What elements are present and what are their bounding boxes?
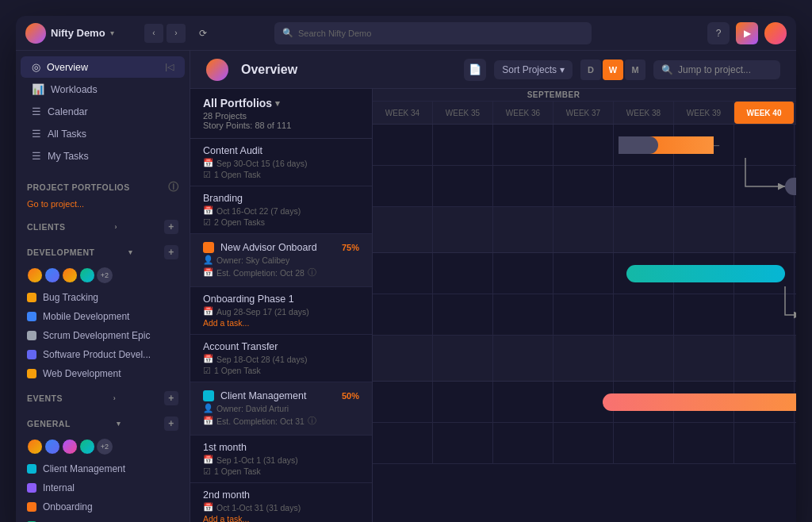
jump-to-project[interactable]: 🔍 Jump to project...	[653, 60, 780, 79]
proj-bug-tracking[interactable]: Bug Tracking	[16, 288, 190, 307]
sidebar-nav: ◎ Overview |◁ 📊 Workloads ☰ Calendar ☰ A…	[16, 51, 190, 172]
portfolio-arrow: ▾	[275, 98, 280, 109]
first-month-title: 1st month	[203, 442, 359, 453]
gl8-1	[373, 423, 433, 463]
sort-button[interactable]: Sort Projects ▾	[494, 60, 573, 79]
dev-avatar-4	[79, 267, 95, 283]
add-task-link-2[interactable]: Add a task...	[203, 514, 359, 522]
first-month-meta: ☑ 1 Open Task	[203, 466, 359, 476]
gl2	[433, 125, 493, 165]
file-button[interactable]: 📄	[464, 59, 486, 81]
gl4-1	[373, 253, 433, 294]
header-actions: 📄 Sort Projects ▾ D W M 🔍 Jump to projec…	[464, 59, 780, 81]
new-advisor-percent: 75%	[342, 243, 359, 252]
proj-onboarding[interactable]: Onboarding	[16, 497, 190, 516]
proj-web-dev[interactable]: Web Development	[16, 364, 190, 383]
events-header[interactable]: EVENTS › +	[27, 391, 178, 405]
sidebar-item-my-tasks[interactable]: ☰ My Tasks	[21, 145, 185, 167]
events-add-button[interactable]: +	[164, 391, 178, 405]
branding-tasks: 2 Open Tasks	[214, 217, 265, 227]
week-39: WEEK 39	[674, 102, 734, 124]
first-month-date: 📅 Sep 1-Oct 1 (31 days)	[203, 455, 359, 465]
view-month-button[interactable]: M	[625, 59, 645, 80]
nav-back-button[interactable]: ‹	[144, 24, 163, 43]
proj-internal[interactable]: Internal	[16, 478, 190, 497]
view-day-button[interactable]: D	[580, 59, 601, 80]
gl7-3	[493, 382, 553, 422]
go-to-project[interactable]: Go to project...	[27, 199, 178, 209]
proj-mobile-dev[interactable]: Mobile Development	[16, 307, 190, 326]
calendar-icon: ☰	[32, 106, 41, 117]
clients-add-button[interactable]: +	[164, 220, 178, 234]
events-section: EVENTS › +	[16, 383, 190, 409]
sidebar-item-workloads[interactable]: 📊 Workloads	[21, 79, 185, 100]
cal-icon-3: 📅	[203, 267, 213, 278]
mobile-dev-label: Mobile Development	[43, 311, 129, 322]
gl4-3	[493, 253, 553, 294]
bar-row-account-transfer	[373, 294, 796, 336]
gl8-3	[493, 423, 553, 463]
gl4	[553, 125, 614, 165]
gantt-row-content-audit: Content Audit 📅 Sep 30-Oct 15 (16 days) …	[190, 139, 372, 186]
new-advisor-est: 📅 Est. Completion: Oct 28 ⓘ	[203, 267, 359, 278]
new-advisor-color	[203, 242, 214, 253]
events-label: EVENTS	[27, 393, 63, 403]
events-arrow: ›	[113, 394, 117, 402]
account-transfer-title: Account Transfer	[203, 341, 359, 352]
history-button[interactable]: ⟳	[193, 24, 213, 43]
bug-tracking-label: Bug Tracking	[43, 292, 98, 303]
portfolio-title: All Portfolios ▾	[203, 97, 359, 109]
sidebar-item-all-tasks[interactable]: ☰ All Tasks	[21, 123, 185, 144]
branding-date-text: Oct 16-Oct 22 (7 days)	[216, 206, 301, 216]
gl8-6	[674, 423, 734, 463]
view-week-button[interactable]: W	[603, 59, 623, 80]
dropdown-arrow: ▾	[110, 29, 114, 37]
nav-arrows: ‹ ›	[144, 24, 186, 43]
general-avatars: +2	[16, 434, 190, 459]
search-bar[interactable]: 🔍 Search Nifty Demo	[274, 22, 592, 44]
clients-arrow: ›	[114, 223, 117, 231]
bug-tracking-dot	[27, 293, 36, 302]
gl6-6	[674, 336, 734, 381]
gl6-5	[614, 336, 674, 381]
owner-icon-2: 👤	[203, 403, 213, 413]
general-add-button[interactable]: +	[164, 416, 178, 431]
user-avatar[interactable]	[764, 22, 787, 44]
gen-avatar-3	[62, 439, 78, 455]
clients-header[interactable]: CLIENTS › +	[27, 220, 178, 234]
onboarding-phase-title: Onboarding Phase 1	[203, 294, 359, 305]
sidebar-item-overview[interactable]: ◎ Overview |◁	[21, 56, 185, 78]
clients-section: CLIENTS › +	[16, 212, 190, 237]
proj-scrum[interactable]: Scrum Development Epic	[16, 326, 190, 345]
notification-button[interactable]: ▶	[736, 22, 758, 44]
first-month-bar	[603, 393, 796, 411]
new-advisor-title: New Advisor Onboard	[220, 242, 317, 253]
sort-label: Sort Projects	[502, 64, 557, 75]
help-button[interactable]: ?	[707, 22, 730, 44]
search-placeholder: Search Nifty Demo	[298, 29, 371, 38]
week-38: WEEK 38	[614, 102, 674, 124]
new-advisor-owner-text: Owner: Sky Calibey	[216, 255, 289, 265]
gl5-3	[493, 294, 553, 335]
client-mgmt-name-row: Client Management 50%	[203, 390, 359, 401]
mobile-dev-dot	[27, 312, 36, 321]
gl3-7	[734, 207, 795, 252]
internal-dot	[27, 483, 36, 493]
cal-icon-2: 📅	[203, 205, 213, 216]
development-add-button[interactable]: +	[164, 245, 178, 259]
add-task-link-1[interactable]: Add a task...	[203, 318, 359, 328]
gantt-proj-client-mgmt: Client Management 50% 👤 Owner: David Art…	[190, 382, 372, 436]
portfolios-header[interactable]: PROJECT PORTFOLIOS ⓘ	[27, 180, 178, 194]
proj-team-talk[interactable]: Team Talk	[16, 516, 190, 522]
content-audit-bar-gray	[619, 136, 658, 154]
my-tasks-icon: ☰	[32, 150, 41, 162]
gl4-8	[795, 253, 796, 294]
nav-forward-button[interactable]: ›	[167, 24, 186, 43]
sidebar-item-calendar[interactable]: ☰ Calendar	[21, 101, 185, 122]
gl8-7	[734, 423, 795, 463]
development-header[interactable]: DEVELOPMENT ▾ +	[27, 245, 178, 259]
proj-software[interactable]: Software Product Devel...	[16, 345, 190, 364]
gl5-1	[373, 294, 433, 335]
proj-client-mgmt[interactable]: Client Management	[16, 459, 190, 478]
general-header[interactable]: GENERAL ▾ +	[27, 416, 178, 431]
